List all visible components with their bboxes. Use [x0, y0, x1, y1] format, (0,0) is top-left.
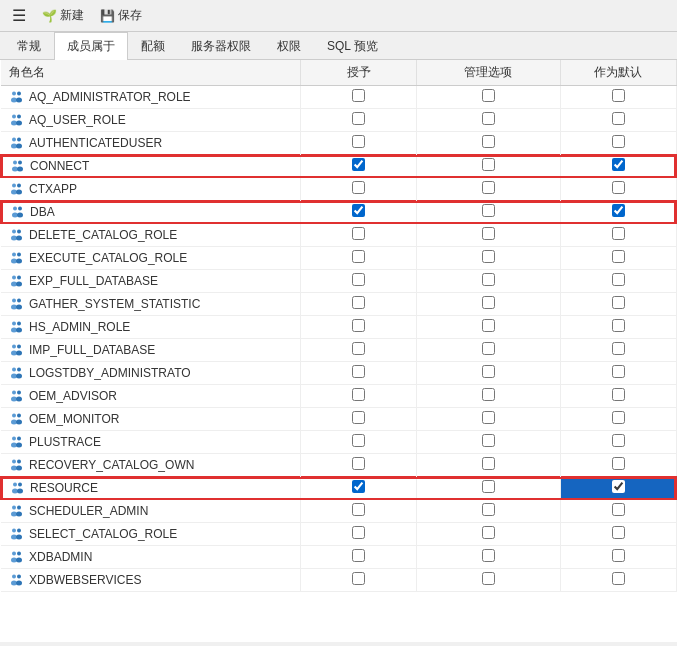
admin-checkbox[interactable]: [482, 158, 495, 171]
admin-checkbox[interactable]: [482, 273, 495, 286]
admin-cell[interactable]: [416, 293, 560, 316]
admin-checkbox[interactable]: [482, 319, 495, 332]
grant-cell[interactable]: [301, 431, 416, 454]
admin-cell[interactable]: [416, 109, 560, 132]
grant-cell[interactable]: [301, 454, 416, 477]
admin-checkbox[interactable]: [482, 227, 495, 240]
grant-checkbox[interactable]: [352, 480, 365, 493]
grant-cell[interactable]: [301, 546, 416, 569]
default-checkbox[interactable]: [612, 89, 625, 102]
default-cell[interactable]: [561, 431, 676, 454]
admin-cell[interactable]: [416, 316, 560, 339]
default-cell[interactable]: [561, 109, 676, 132]
admin-checkbox[interactable]: [482, 549, 495, 562]
admin-cell[interactable]: [416, 431, 560, 454]
default-cell[interactable]: [561, 339, 676, 362]
grant-checkbox[interactable]: [352, 158, 365, 171]
default-checkbox[interactable]: [612, 135, 625, 148]
admin-cell[interactable]: [416, 201, 560, 224]
admin-cell[interactable]: [416, 132, 560, 155]
tab-server-priv[interactable]: 服务器权限: [178, 32, 264, 60]
grant-cell[interactable]: [301, 247, 416, 270]
grant-cell[interactable]: [301, 270, 416, 293]
tab-sql-preview[interactable]: SQL 预览: [314, 32, 391, 60]
admin-checkbox[interactable]: [482, 112, 495, 125]
admin-checkbox[interactable]: [482, 526, 495, 539]
default-cell[interactable]: [561, 477, 676, 500]
grant-cell[interactable]: [301, 155, 416, 178]
grant-cell[interactable]: [301, 316, 416, 339]
default-checkbox[interactable]: [612, 250, 625, 263]
default-cell[interactable]: [561, 408, 676, 431]
grant-checkbox[interactable]: [352, 572, 365, 585]
grant-checkbox[interactable]: [352, 250, 365, 263]
admin-checkbox[interactable]: [482, 204, 495, 217]
grant-checkbox[interactable]: [352, 342, 365, 355]
admin-cell[interactable]: [416, 270, 560, 293]
roles-table-container[interactable]: 角色名 授予 管理选项 作为默认 AQ_ADMINISTRATOR_ROLE A…: [0, 60, 677, 642]
admin-cell[interactable]: [416, 500, 560, 523]
default-checkbox[interactable]: [612, 388, 625, 401]
grant-checkbox[interactable]: [352, 411, 365, 424]
admin-checkbox[interactable]: [482, 457, 495, 470]
hamburger-menu[interactable]: ☰: [8, 4, 30, 27]
admin-checkbox[interactable]: [482, 388, 495, 401]
grant-checkbox[interactable]: [352, 296, 365, 309]
default-cell[interactable]: [561, 362, 676, 385]
grant-checkbox[interactable]: [352, 319, 365, 332]
default-cell[interactable]: [561, 500, 676, 523]
admin-checkbox[interactable]: [482, 411, 495, 424]
default-cell[interactable]: [561, 293, 676, 316]
default-checkbox[interactable]: [612, 158, 625, 171]
admin-cell[interactable]: [416, 86, 560, 109]
tab-privileges[interactable]: 权限: [264, 32, 314, 60]
grant-cell[interactable]: [301, 86, 416, 109]
grant-checkbox[interactable]: [352, 204, 365, 217]
admin-checkbox[interactable]: [482, 365, 495, 378]
default-checkbox[interactable]: [612, 319, 625, 332]
default-checkbox[interactable]: [612, 457, 625, 470]
tab-general[interactable]: 常规: [4, 32, 54, 60]
grant-checkbox[interactable]: [352, 526, 365, 539]
new-button[interactable]: 🌱 新建: [38, 5, 88, 26]
grant-cell[interactable]: [301, 569, 416, 592]
admin-cell[interactable]: [416, 362, 560, 385]
default-checkbox[interactable]: [612, 273, 625, 286]
grant-cell[interactable]: [301, 477, 416, 500]
admin-cell[interactable]: [416, 546, 560, 569]
default-cell[interactable]: [561, 523, 676, 546]
grant-checkbox[interactable]: [352, 181, 365, 194]
grant-cell[interactable]: [301, 293, 416, 316]
grant-checkbox[interactable]: [352, 135, 365, 148]
default-cell[interactable]: [561, 178, 676, 201]
admin-checkbox[interactable]: [482, 296, 495, 309]
grant-checkbox[interactable]: [352, 388, 365, 401]
grant-cell[interactable]: [301, 109, 416, 132]
admin-checkbox[interactable]: [482, 503, 495, 516]
default-cell[interactable]: [561, 316, 676, 339]
grant-cell[interactable]: [301, 385, 416, 408]
grant-cell[interactable]: [301, 224, 416, 247]
grant-checkbox[interactable]: [352, 549, 365, 562]
default-checkbox[interactable]: [612, 503, 625, 516]
grant-cell[interactable]: [301, 339, 416, 362]
default-checkbox[interactable]: [612, 181, 625, 194]
admin-checkbox[interactable]: [482, 572, 495, 585]
default-checkbox[interactable]: [612, 411, 625, 424]
grant-cell[interactable]: [301, 201, 416, 224]
default-checkbox[interactable]: [612, 480, 625, 493]
default-checkbox[interactable]: [612, 204, 625, 217]
grant-cell[interactable]: [301, 500, 416, 523]
admin-checkbox[interactable]: [482, 135, 495, 148]
default-checkbox[interactable]: [612, 549, 625, 562]
grant-checkbox[interactable]: [352, 227, 365, 240]
default-checkbox[interactable]: [612, 342, 625, 355]
grant-cell[interactable]: [301, 408, 416, 431]
default-cell[interactable]: [561, 86, 676, 109]
grant-checkbox[interactable]: [352, 273, 365, 286]
grant-checkbox[interactable]: [352, 457, 365, 470]
admin-checkbox[interactable]: [482, 250, 495, 263]
admin-cell[interactable]: [416, 454, 560, 477]
default-cell[interactable]: [561, 385, 676, 408]
grant-checkbox[interactable]: [352, 365, 365, 378]
